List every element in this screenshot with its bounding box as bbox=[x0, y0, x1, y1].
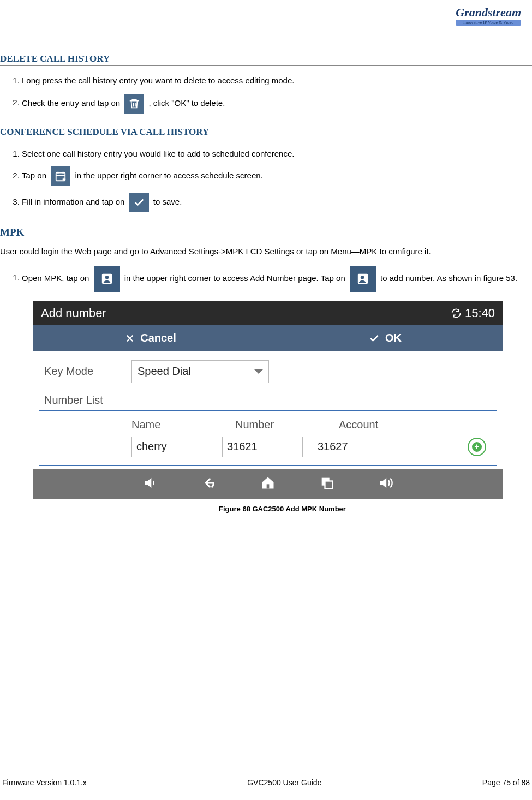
divider bbox=[39, 465, 497, 466]
document-body: DELETE CALL HISTORY Long press the call … bbox=[0, 11, 532, 513]
footer-page: Page 75 of 88 bbox=[482, 778, 530, 787]
figure-container: Add number 15:40 Cancel OK bbox=[33, 301, 532, 513]
plus-icon: + bbox=[472, 442, 482, 452]
home-icon[interactable] bbox=[260, 475, 276, 492]
conf-step-2: Tap on in the upper right corner to acce… bbox=[22, 163, 532, 189]
svg-point-4 bbox=[361, 276, 364, 279]
heading-conference-schedule: CONFERENCE SCHEDULE VIA CALL HISTORY bbox=[0, 127, 532, 139]
number-list-label: Number List bbox=[39, 394, 131, 407]
add-number-screenshot: Add number 15:40 Cancel OK bbox=[33, 301, 503, 499]
account-select[interactable]: 31627 bbox=[313, 437, 404, 457]
number-list-header: Name Number Account bbox=[39, 419, 497, 433]
delete-step-1: Long press the call history entry you wa… bbox=[22, 71, 532, 91]
contact-add-icon bbox=[350, 266, 376, 292]
name-input[interactable]: cherry bbox=[131, 437, 212, 457]
heading-mpk: MPK bbox=[0, 226, 532, 240]
mpk-intro: User could login the Web page and go to … bbox=[0, 246, 532, 258]
conf-step-3: Fill in information and tap on to save. bbox=[22, 189, 532, 216]
footer-guide: GVC2500 User Guide bbox=[247, 778, 321, 787]
recent-apps-icon[interactable] bbox=[319, 475, 334, 492]
number-input[interactable]: 31621 bbox=[222, 437, 303, 457]
screenshot-titlebar: Add number 15:40 bbox=[33, 301, 503, 325]
volume-up-icon[interactable] bbox=[378, 475, 393, 492]
check-icon bbox=[129, 193, 149, 212]
page: Grandstream Innovative IP Voice & Video … bbox=[0, 0, 532, 800]
brand-logo: Grandstream Innovative IP Voice & Video bbox=[456, 5, 521, 26]
figure-caption: Figure 68 GAC2500 Add MPK Number bbox=[33, 505, 532, 513]
sync-icon bbox=[451, 308, 462, 319]
status-time: 15:40 bbox=[451, 306, 495, 320]
dropdown-caret-icon bbox=[254, 369, 263, 374]
heading-delete-call-history: DELETE CALL HISTORY bbox=[0, 53, 532, 66]
number-list-row: Number List bbox=[39, 389, 497, 408]
delete-step-2: Check the entry and tap on , click "OK" … bbox=[22, 91, 532, 117]
calendar-add-icon bbox=[51, 166, 70, 186]
logo-subtext: Innovative IP Voice & Video bbox=[456, 20, 521, 26]
key-mode-label: Key Mode bbox=[39, 365, 131, 378]
delete-steps-list: Long press the call history entry you wa… bbox=[0, 71, 532, 117]
volume-down-icon[interactable] bbox=[142, 475, 158, 492]
col-name: Name bbox=[131, 419, 202, 431]
col-number: Number bbox=[235, 419, 306, 431]
check-icon bbox=[369, 333, 380, 344]
key-mode-row: Key Mode Speed Dial bbox=[39, 355, 497, 389]
add-number-button[interactable]: + bbox=[468, 438, 486, 456]
screenshot-title: Add number bbox=[41, 306, 106, 320]
svg-point-2 bbox=[105, 276, 108, 279]
conference-steps-list: Select one call history entry you would … bbox=[0, 145, 532, 216]
screenshot-actionbar: Cancel OK bbox=[33, 325, 503, 351]
svg-rect-5 bbox=[267, 484, 270, 488]
mpk-steps-list: Open MPK, tap on in the upper right corn… bbox=[0, 262, 532, 295]
back-icon[interactable] bbox=[201, 475, 217, 492]
cancel-button[interactable]: Cancel bbox=[33, 325, 268, 351]
page-footer: Firmware Version 1.0.1.x GVC2500 User Gu… bbox=[0, 778, 532, 787]
col-account: Account bbox=[339, 419, 421, 431]
number-list-inputs: cherry 31621 31627 + bbox=[39, 433, 497, 463]
trash-icon bbox=[124, 94, 144, 114]
logo-text: Grandstream bbox=[456, 5, 521, 20]
divider bbox=[39, 410, 497, 411]
screenshot-body: Key Mode Speed Dial Number List Name Num… bbox=[33, 351, 503, 469]
nav-bar bbox=[33, 469, 503, 499]
footer-firmware: Firmware Version 1.0.1.x bbox=[2, 778, 87, 787]
conf-step-1: Select one call history entry you would … bbox=[22, 145, 532, 164]
key-mode-select[interactable]: Speed Dial bbox=[131, 360, 269, 383]
close-icon bbox=[125, 333, 135, 343]
ok-button[interactable]: OK bbox=[268, 325, 503, 351]
contact-icon bbox=[94, 266, 120, 292]
mpk-step-1: Open MPK, tap on in the upper right corn… bbox=[22, 262, 532, 295]
svg-rect-7 bbox=[325, 481, 333, 489]
